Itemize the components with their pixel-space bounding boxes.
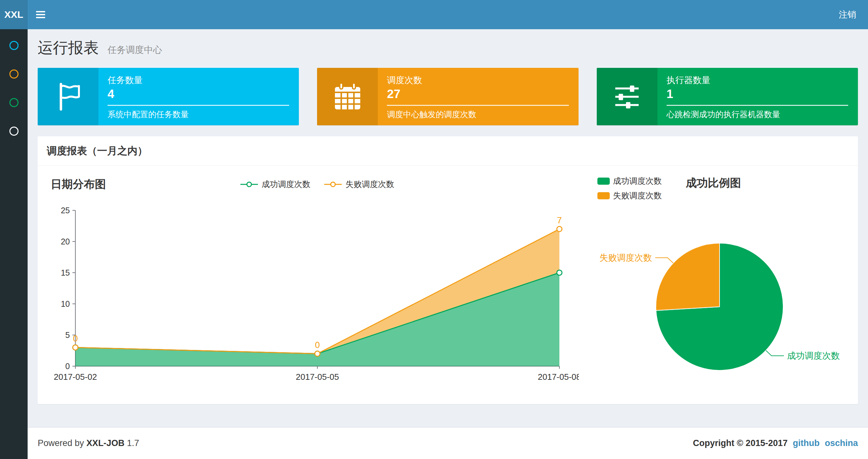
info-box-number: 27 [387,87,568,101]
date-distribution-chart: 日期分布图 成功调度次数失败调度次数 05101520252017-05-022… [40,172,590,391]
y-axis-label: 25 [61,206,70,215]
report-panel: 调度报表（一月之内） 日期分布图 成功调度次数失败调度次数 0510152025… [38,136,858,404]
info-box-row: 任务数量 4 系统中配置的任务数量 [28,58,868,125]
sidebar-item-1[interactable] [0,31,28,60]
app-version: 1.7 [127,438,140,448]
hamburger-icon [36,14,45,15]
info-box-body: 调度次数 27 调度中心触发的调度次数 [378,68,578,125]
sliders-icon [611,81,643,112]
legend-line-marker-icon [323,181,342,188]
circle-icon [9,41,19,50]
app-logo[interactable]: XXL [0,0,28,29]
footer-right: Copyright © 2015-2017 github oschina [693,438,858,448]
legend-label: 成功调度次数 [262,179,311,190]
info-box-description: 调度中心触发的调度次数 [387,109,568,120]
y-axis-label: 0 [65,362,70,371]
powered-prefix: Powered by [38,438,84,448]
data-point[interactable] [315,351,320,356]
flag-icon [53,81,84,112]
page-subtitle: 任务调度中心 [107,45,162,55]
info-box-title: 调度次数 [387,74,568,86]
success-ratio-chart: 成功调度次数失败调度次数 成功比例图 成功调度次数失败调度次数 [590,172,856,391]
info-box-executors: 执行器数量 1 心跳检测成功的执行器机器数量 [597,68,858,125]
x-axis-label: 2017-05-02 [54,372,97,382]
sidebar-toggle-button[interactable] [28,0,54,29]
info-box-description: 系统中配置的任务数量 [107,109,289,120]
page-title: 运行报表 [38,39,99,56]
pie-chart-legend: 成功调度次数失败调度次数 [597,175,662,201]
info-box-jobs: 任务数量 4 系统中配置的任务数量 [38,68,299,125]
pie-chart-svg[interactable]: 成功调度次数失败调度次数 [590,209,856,391]
app-name: XXL-JOB [86,438,124,448]
x-axis-label: 2017-05-08 [538,372,579,382]
circle-icon [9,69,19,78]
charts-row: 日期分布图 成功调度次数失败调度次数 05101520252017-05-022… [38,166,858,404]
y-axis-label: 20 [61,237,70,246]
data-point[interactable] [73,345,78,350]
pie-label: 失败调度次数 [599,253,652,263]
content-header: 运行报表 任务调度中心 [28,29,868,58]
pie-chart-header: 成功调度次数失败调度次数 成功比例图 [597,175,856,201]
footer-powered-by: Powered by XXL-JOB 1.7 [38,438,139,448]
oschina-link[interactable]: oschina [825,438,858,448]
info-box-divider [107,105,289,106]
logout-link[interactable]: 注销 [827,0,868,29]
circle-icon [9,127,19,136]
calendar-icon [332,81,363,112]
pie-label-line [655,258,673,263]
sidebar [0,29,28,459]
info-box-number: 1 [666,87,848,101]
data-point[interactable] [557,270,562,275]
info-box-triggers: 调度次数 27 调度中心触发的调度次数 [317,68,578,125]
y-axis-label: 5 [65,330,70,339]
x-axis-label: 2017-05-05 [296,372,339,382]
legend-swatch-icon [597,192,610,199]
info-box-title: 执行器数量 [666,74,848,86]
main-content: 运行报表 任务调度中心 任务数量 4 系统中配置的任务数量 [28,29,868,427]
info-box-divider [666,105,848,106]
legend-label: 失败调度次数 [613,190,662,201]
circle-icon [9,98,19,107]
navbar-spacer [54,0,827,29]
line-chart-svg[interactable]: 05101520252017-05-022017-05-052017-05-08… [40,196,579,384]
point-label: 7 [557,216,562,225]
pie-chart-title: 成功比例图 [686,175,741,191]
y-axis-label: 15 [61,268,70,277]
pie-slice-1[interactable] [656,243,719,310]
info-box-icon-area [597,68,657,125]
pie-legend-item-1[interactable]: 失败调度次数 [597,190,662,201]
legend-swatch-icon [597,177,610,185]
legend-label: 成功调度次数 [613,175,662,186]
panel-title: 调度报表（一月之内） [38,136,858,166]
info-box-number: 4 [107,87,289,101]
legend-line-marker-icon [240,181,258,188]
line-legend-item-0[interactable]: 成功调度次数 [240,179,311,190]
point-label: 0 [315,340,320,350]
info-box-icon-area [317,68,378,125]
info-box-body: 执行器数量 1 心跳检测成功的执行器机器数量 [657,68,858,125]
pie-label: 成功调度次数 [787,351,840,361]
sidebar-item-3[interactable] [0,88,28,117]
top-navbar: XXL 注销 [0,0,868,29]
copyright-text: Copyright © 2015-2017 [693,438,788,448]
line-chart-header: 日期分布图 成功调度次数失败调度次数 [51,175,583,194]
footer: Powered by XXL-JOB 1.7 Copyright © 2015-… [28,427,868,459]
sidebar-item-4[interactable] [0,117,28,145]
info-box-description: 心跳检测成功的执行器机器数量 [666,109,848,120]
legend-label: 失败调度次数 [346,179,394,190]
line-legend-item-1[interactable]: 失败调度次数 [323,179,394,190]
pie-label-line [766,351,784,356]
info-box-icon-area [38,68,98,125]
info-box-title: 任务数量 [107,74,289,86]
point-label: 0 [73,334,78,343]
info-box-divider [387,105,568,106]
data-point[interactable] [557,227,562,232]
sidebar-item-2[interactable] [0,60,28,88]
pie-legend-item-0[interactable]: 成功调度次数 [597,175,662,186]
y-axis-label: 10 [61,299,70,308]
github-link[interactable]: github [793,438,819,448]
line-chart-legend: 成功调度次数失败调度次数 [51,179,583,190]
info-box-body: 任务数量 4 系统中配置的任务数量 [98,68,299,125]
